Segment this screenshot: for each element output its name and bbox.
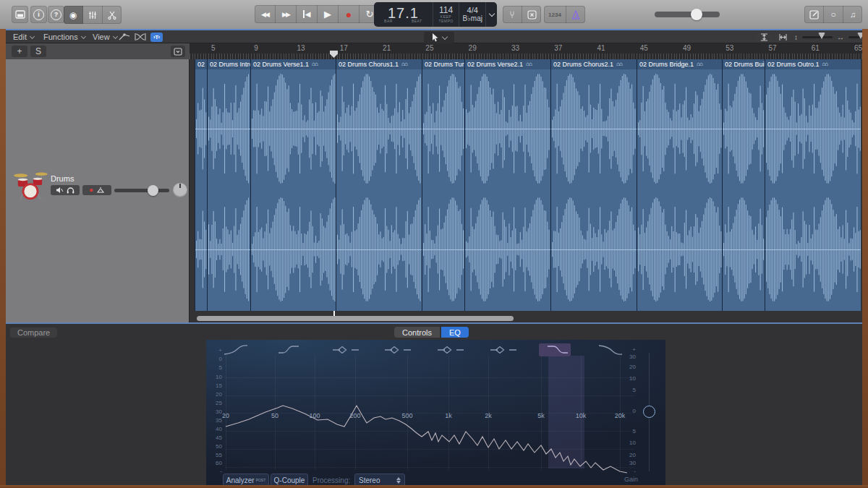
- audio-region[interactable]: 02 Drums Chorus2.1⌂⌂: [550, 59, 637, 311]
- headphones-icon[interactable]: [67, 187, 75, 194]
- eq-band-bell-icon[interactable]: [328, 343, 360, 356]
- metronome-button[interactable]: [566, 6, 585, 23]
- region-name: 02 Drums Intro.1: [210, 59, 250, 69]
- edit-area-menubar: Edit Functions View ›T‹: [0, 29, 868, 43]
- master-volume-slider[interactable]: [655, 12, 720, 17]
- track-pan-knob[interactable]: [173, 183, 187, 197]
- audio-region[interactable]: 02: [195, 59, 207, 311]
- loop-browser-button[interactable]: ○: [824, 6, 843, 23]
- audio-region[interactable]: 02 Drums Chorus1.1⌂⌂: [336, 59, 422, 311]
- ruler-bar-number: 49: [683, 44, 691, 52]
- crossfade-tool-button[interactable]: [135, 33, 146, 41]
- gain-knob[interactable]: [643, 406, 655, 418]
- lcd-key[interactable]: 4/4 B♭maj: [459, 2, 486, 27]
- count-in-metronome-group: 1234: [544, 6, 585, 23]
- waveform-zoom-slider[interactable]: [802, 36, 833, 38]
- audio-region[interactable]: 02 Drums Outro.1⌂⌂: [765, 59, 861, 311]
- region-label: 02 Drums Turnar: [422, 59, 464, 69]
- editors-button[interactable]: [103, 6, 122, 24]
- master-bypass-button[interactable]: [522, 6, 541, 23]
- tab-controls[interactable]: Controls: [394, 327, 440, 338]
- quick-help-button[interactable]: ?: [48, 6, 64, 23]
- track-header-options-button[interactable]: [171, 46, 185, 57]
- notepad-button[interactable]: [804, 6, 824, 23]
- rewind-button[interactable]: ◀◀: [255, 5, 276, 23]
- view-menu-label: View: [93, 33, 110, 41]
- ruler-bar-number: 45: [640, 44, 648, 52]
- lcd-mode-chevron[interactable]: [486, 2, 497, 27]
- library-button[interactable]: [12, 6, 28, 23]
- compare-button[interactable]: Compare: [10, 328, 57, 338]
- eq-band-bell-icon[interactable]: [433, 343, 465, 356]
- add-track-label: +: [17, 46, 22, 56]
- master-volume-thumb[interactable]: [691, 9, 702, 20]
- fit-horizontal-button[interactable]: [775, 32, 790, 43]
- waveform-canvas: [336, 69, 422, 311]
- input-monitor-icon[interactable]: [96, 187, 105, 194]
- edit-menu[interactable]: Edit: [13, 30, 34, 43]
- vertical-auto-zoom-button[interactable]: [757, 32, 771, 43]
- lcd-tempo[interactable]: 114 KEEP TEMPO: [433, 2, 460, 27]
- eq-band-bell-icon[interactable]: [380, 343, 412, 356]
- record-enable-icon[interactable]: ●: [89, 187, 93, 194]
- eq-band-bell-icon[interactable]: [486, 343, 518, 356]
- region-label: 02 Drums Chorus1.1⌂⌂: [336, 59, 422, 69]
- mixer-button[interactable]: [83, 6, 103, 24]
- track-name[interactable]: Drums: [51, 174, 74, 183]
- automation-button[interactable]: [119, 33, 130, 41]
- count-in-button[interactable]: 1234: [544, 6, 566, 23]
- track-volume-slider[interactable]: [114, 189, 169, 192]
- audio-region[interactable]: 02 Drums Intro.1: [207, 59, 250, 311]
- record-button[interactable]: ●: [339, 5, 359, 23]
- region-label: 02 Drums Verse2.1⌂⌂: [465, 59, 550, 69]
- play-button[interactable]: ▶: [318, 5, 339, 23]
- ruler-bar-number: 5: [211, 44, 216, 52]
- ruler-bar-number: 65: [854, 44, 862, 52]
- waveform-canvas: [195, 69, 207, 311]
- eq-band-high-shelf-icon[interactable]: [539, 343, 571, 356]
- audio-region[interactable]: 02 Drums Build.1: [722, 59, 765, 311]
- forward-button[interactable]: ▶▶: [276, 5, 297, 23]
- eq-gain-scale-label: -: [620, 468, 636, 474]
- eq-plugin-panel: Gain Analyzer POST Q-Couple Processing: …: [206, 340, 665, 486]
- add-track-button[interactable]: +: [12, 46, 27, 57]
- tool-selector[interactable]: [424, 32, 454, 43]
- track-lane[interactable]: 0202 Drums Intro.102 Drums Verse1.1⌂⌂02 …: [190, 59, 862, 322]
- bar-ruler[interactable]: 591317212529333741454953576165: [190, 43, 862, 59]
- snap-to-transient-button[interactable]: ›T‹: [150, 33, 163, 42]
- inspector-button[interactable]: i: [30, 6, 47, 23]
- audio-region[interactable]: 02 Drums Verse2.1⌂⌂: [464, 59, 550, 311]
- track-volume-thumb[interactable]: [148, 185, 158, 196]
- view-menu[interactable]: View: [93, 30, 117, 43]
- functions-menu[interactable]: Functions: [43, 30, 85, 43]
- processing-label: Processing:: [312, 476, 350, 484]
- q-couple-button[interactable]: Q-Couple: [271, 474, 308, 486]
- drums-track-header[interactable]: Drums ●: [6, 168, 189, 208]
- eq-band-low-shelf-icon[interactable]: [276, 343, 307, 356]
- lcd-display[interactable]: 17.1 BAR BEAT 114 KEEP TEMPO 4/4 B♭maj: [374, 2, 497, 27]
- metronome-icon: [571, 10, 580, 20]
- eq-band-highpass-icon[interactable]: [223, 343, 255, 356]
- waveform-zoom-thumb[interactable]: [818, 33, 825, 39]
- audio-region[interactable]: 02 Drums Verse1.1⌂⌂: [250, 59, 336, 311]
- eq-db-scale-label: 60: [206, 460, 222, 466]
- master-solo-button[interactable]: S: [30, 46, 46, 57]
- goto-beginning-button[interactable]: ◀: [297, 5, 318, 23]
- processing-select[interactable]: Stereo: [354, 474, 405, 486]
- solo-label: S: [35, 46, 41, 56]
- region-name: 02 Drums Outro.1: [767, 59, 820, 69]
- eq-gain-scale-label: 10: [620, 440, 636, 446]
- lcd-position[interactable]: 17.1 BAR BEAT: [374, 2, 433, 27]
- tuner-button[interactable]: [503, 6, 522, 23]
- media-browser-button[interactable]: ♫: [843, 6, 862, 23]
- audio-region[interactable]: 02 Drums Bridge.1⌂⌂: [637, 59, 722, 311]
- waveform-canvas: [765, 69, 861, 311]
- smart-controls-button[interactable]: ◉: [64, 6, 83, 24]
- analyzer-button[interactable]: Analyzer POST: [223, 474, 269, 486]
- eq-band-lowpass-icon[interactable]: [592, 343, 624, 356]
- audio-region[interactable]: 02 Drums Turnar: [422, 59, 464, 311]
- mute-icon[interactable]: [56, 187, 64, 194]
- region-label: 02 Drums Outro.1⌂⌂: [765, 59, 861, 69]
- horizontal-scrollbar[interactable]: [197, 316, 514, 321]
- tab-eq[interactable]: EQ: [441, 327, 469, 338]
